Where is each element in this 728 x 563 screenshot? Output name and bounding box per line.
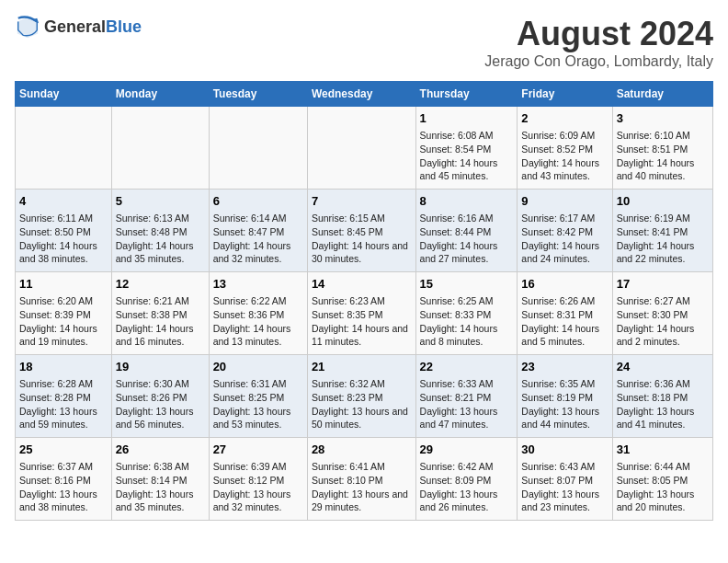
calendar-cell: 21Sunrise: 6:32 AMSunset: 8:23 PMDayligh… <box>307 355 415 438</box>
cell-info: Sunrise: 6:37 AM <box>19 460 108 474</box>
cell-info: Daylight: 14 hours and 35 minutes. <box>116 239 205 266</box>
cell-info: Daylight: 13 hours and 29 minutes. <box>312 488 412 514</box>
calendar-cell: 6Sunrise: 6:14 AMSunset: 8:47 PMDaylight… <box>209 190 307 272</box>
page-header: General Blue August 2024 Jerago Con Orag… <box>15 15 713 70</box>
calendar-cell: 20Sunrise: 6:31 AMSunset: 8:25 PMDayligh… <box>209 355 307 438</box>
cell-info: Sunset: 8:52 PM <box>521 143 608 156</box>
cell-info: Sunrise: 6:20 AM <box>19 294 108 308</box>
day-number: 15 <box>420 276 514 293</box>
cell-info: Sunset: 8:31 PM <box>521 308 608 322</box>
cell-info: Sunrise: 6:35 AM <box>521 377 608 391</box>
day-number: 27 <box>213 442 303 458</box>
cell-info: Sunset: 8:35 PM <box>312 308 412 322</box>
cell-info: Sunset: 8:05 PM <box>617 474 709 488</box>
cell-info: Daylight: 14 hours and 13 minutes. <box>213 322 303 349</box>
cell-info: Sunrise: 6:25 AM <box>420 294 514 308</box>
cell-info: Sunset: 8:12 PM <box>213 474 303 488</box>
calendar-cell: 8Sunrise: 6:16 AMSunset: 8:44 PMDaylight… <box>415 190 518 272</box>
day-number: 9 <box>521 193 608 210</box>
calendar-cell: 11Sunrise: 6:20 AMSunset: 8:39 PMDayligh… <box>16 272 112 355</box>
cell-info: Sunset: 8:21 PM <box>420 391 514 405</box>
cell-info: Daylight: 13 hours and 20 minutes. <box>617 488 709 514</box>
day-number: 6 <box>213 193 303 210</box>
cell-info: Daylight: 13 hours and 35 minutes. <box>116 488 205 514</box>
cell-info: Daylight: 14 hours and 8 minutes. <box>420 322 514 349</box>
cell-info: Sunrise: 6:10 AM <box>617 129 709 143</box>
cell-info: Sunrise: 6:41 AM <box>312 460 412 474</box>
cell-info: Sunrise: 6:23 AM <box>312 294 412 308</box>
cell-info: Sunrise: 6:14 AM <box>213 212 303 225</box>
calendar-cell <box>16 107 112 190</box>
day-number: 25 <box>19 442 108 458</box>
day-number: 31 <box>617 442 709 458</box>
calendar-cell: 3Sunrise: 6:10 AMSunset: 8:51 PMDaylight… <box>612 107 712 190</box>
logo-blue-text: Blue <box>106 18 142 37</box>
cell-info: Sunset: 8:47 PM <box>213 225 303 239</box>
calendar-cell: 7Sunrise: 6:15 AMSunset: 8:45 PMDaylight… <box>307 190 415 272</box>
cell-info: Sunrise: 6:22 AM <box>213 294 303 308</box>
calendar-title: August 2024 <box>484 15 713 53</box>
cell-info: Sunrise: 6:09 AM <box>521 129 608 143</box>
cell-info: Sunset: 8:23 PM <box>312 391 412 405</box>
cell-info: Sunset: 8:16 PM <box>19 474 108 488</box>
cell-info: Daylight: 13 hours and 23 minutes. <box>521 488 608 514</box>
weekday-header-friday: Friday <box>518 82 612 107</box>
day-number: 7 <box>312 193 412 210</box>
cell-info: Sunrise: 6:16 AM <box>420 212 514 225</box>
day-number: 10 <box>617 193 709 210</box>
cell-info: Sunset: 8:33 PM <box>420 308 514 322</box>
calendar-cell: 23Sunrise: 6:35 AMSunset: 8:19 PMDayligh… <box>518 355 612 438</box>
day-number: 13 <box>213 276 303 293</box>
cell-info: Sunset: 8:45 PM <box>312 225 412 239</box>
logo-general-text: General <box>44 18 106 37</box>
calendar-cell: 5Sunrise: 6:13 AMSunset: 8:48 PMDaylight… <box>111 190 209 272</box>
cell-info: Daylight: 13 hours and 56 minutes. <box>116 405 205 431</box>
logo: General Blue <box>15 15 142 40</box>
cell-info: Daylight: 13 hours and 32 minutes. <box>213 488 303 514</box>
cell-info: Sunrise: 6:44 AM <box>617 460 709 474</box>
cell-info: Daylight: 13 hours and 50 minutes. <box>312 405 412 431</box>
day-number: 29 <box>420 442 514 458</box>
week-row-3: 11Sunrise: 6:20 AMSunset: 8:39 PMDayligh… <box>16 272 713 355</box>
cell-info: Sunrise: 6:26 AM <box>521 294 608 308</box>
cell-info: Daylight: 13 hours and 53 minutes. <box>213 405 303 431</box>
cell-info: Daylight: 14 hours and 38 minutes. <box>19 239 108 266</box>
calendar-cell: 12Sunrise: 6:21 AMSunset: 8:38 PMDayligh… <box>111 272 209 355</box>
cell-info: Sunrise: 6:08 AM <box>420 129 514 143</box>
calendar-cell: 26Sunrise: 6:38 AMSunset: 8:14 PMDayligh… <box>111 438 209 521</box>
cell-info: Sunrise: 6:21 AM <box>116 294 205 308</box>
day-number: 2 <box>521 110 608 127</box>
weekday-header-monday: Monday <box>111 82 209 107</box>
calendar-cell: 17Sunrise: 6:27 AMSunset: 8:30 PMDayligh… <box>612 272 712 355</box>
calendar-cell <box>111 107 209 190</box>
cell-info: Sunset: 8:28 PM <box>19 391 108 405</box>
calendar-cell <box>307 107 415 190</box>
calendar-cell: 18Sunrise: 6:28 AMSunset: 8:28 PMDayligh… <box>16 355 112 438</box>
day-number: 14 <box>312 276 412 293</box>
cell-info: Sunrise: 6:42 AM <box>420 460 514 474</box>
day-number: 21 <box>312 359 412 375</box>
day-number: 30 <box>521 442 608 458</box>
day-number: 11 <box>19 276 108 293</box>
cell-info: Daylight: 13 hours and 59 minutes. <box>19 405 108 431</box>
cell-info: Daylight: 14 hours and 40 minutes. <box>617 156 709 183</box>
calendar-cell: 15Sunrise: 6:25 AMSunset: 8:33 PMDayligh… <box>415 272 518 355</box>
cell-info: Sunset: 8:18 PM <box>617 391 709 405</box>
day-number: 3 <box>617 110 709 127</box>
cell-info: Sunrise: 6:31 AM <box>213 377 303 391</box>
cell-info: Daylight: 14 hours and 5 minutes. <box>521 322 608 349</box>
cell-info: Sunrise: 6:30 AM <box>116 377 205 391</box>
title-section: August 2024 Jerago Con Orago, Lombardy, … <box>484 15 713 70</box>
cell-info: Sunrise: 6:11 AM <box>19 212 108 225</box>
cell-info: Sunset: 8:36 PM <box>213 308 303 322</box>
cell-info: Sunrise: 6:39 AM <box>213 460 303 474</box>
cell-info: Sunrise: 6:19 AM <box>617 212 709 225</box>
calendar-subtitle: Jerago Con Orago, Lombardy, Italy <box>484 53 713 70</box>
day-number: 4 <box>19 193 108 210</box>
cell-info: Sunset: 8:44 PM <box>420 225 514 239</box>
cell-info: Daylight: 14 hours and 45 minutes. <box>420 156 514 183</box>
weekday-header-row: SundayMondayTuesdayWednesdayThursdayFrid… <box>16 82 713 107</box>
day-number: 28 <box>312 442 412 458</box>
cell-info: Sunrise: 6:27 AM <box>617 294 709 308</box>
day-number: 22 <box>420 359 514 375</box>
